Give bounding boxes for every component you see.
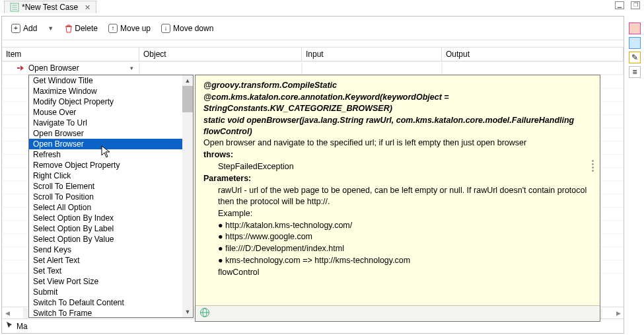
minimize-icon[interactable]: ▁ [615,1,624,9]
resize-grip-icon[interactable] [592,160,596,186]
delete-label: Delete [75,24,98,33]
tab-title: *New Test Case [22,3,78,12]
dropdown-item[interactable]: Select All Option [29,202,193,213]
restore-view-icon[interactable] [629,22,641,34]
outline-icon[interactable] [629,37,641,49]
col-input[interactable]: Input [302,48,442,61]
doc-example: ● kms-technology.com => http://kms-techn… [203,255,592,266]
scroll-up-icon[interactable]: ▲ [182,75,193,86]
dropdown-item[interactable]: Remove Object Property [29,160,193,170]
dropdown-item[interactable]: Open Browser [29,128,193,139]
dropdown-item[interactable]: Refresh [29,149,193,160]
doc-params-label: Parameters: [203,173,592,184]
dropdown-item[interactable]: Open Browser [29,139,193,149]
dropdown-item[interactable]: Scroll To Position [29,192,193,202]
doc-annotation: @groovy.transform.CompileStatic [203,80,592,91]
dropdown-item[interactable]: Right Click [29,170,193,181]
globe-icon[interactable] [199,307,210,320]
keyword-dropdown[interactable]: Get Window TitleMaximize WindowModify Ob… [28,75,194,318]
dropdown-item[interactable]: Select Option By Label [29,223,193,234]
keyword-step-icon [17,64,26,72]
dropdown-item[interactable]: Switch To Frame [29,308,193,318]
dropdown-item[interactable]: Submit [29,287,193,297]
dropdown-item[interactable]: Mouse Over [29,107,193,118]
move-up-button[interactable]: ↑ Move up [106,22,153,34]
col-object[interactable]: Object [139,48,302,61]
doc-footer [196,305,600,321]
delete-button[interactable]: Delete [61,22,100,34]
doc-example: ● http://katalon.kms-technology.com/ [203,220,592,231]
testcase-icon [10,3,19,12]
scroll-right-icon[interactable]: ▶ [613,308,624,318]
dropdown-item[interactable]: Navigate To Url [29,118,193,128]
doc-annotation: @com.kms.katalon.core.annotation.Keyword… [203,92,592,114]
window-controls: ▁ ❐ [615,1,640,9]
chevron-down-icon[interactable]: ▾ [130,65,136,71]
dropdown-item[interactable]: Scroll To Element [29,181,193,192]
dropdown-item[interactable]: Set Alert Text [29,255,193,266]
doc-body: @groovy.transform.CompileStatic @com.kms… [196,75,600,305]
table-header: Item Object Input Output [2,47,624,61]
col-output[interactable]: Output [442,48,624,61]
dropdown-item[interactable]: Set Text [29,266,193,276]
dropdown-item[interactable]: Switch To Default Content [29,297,193,308]
doc-signature: static void openBrowser(java.lang.String… [203,115,592,137]
doc-example: ● https://www.google.com [203,231,592,242]
arrow-up-icon: ↑ [108,24,118,33]
editor-tab[interactable]: *New Test Case ✕ [4,1,96,13]
pointer-icon [6,321,14,331]
doc-example: ● file:///D:/Development/index.html [203,243,592,254]
move-down-label: Move down [173,24,213,33]
docs-icon[interactable]: ≡ [629,66,641,78]
dropdown-item[interactable]: Maximize Window [29,86,193,96]
add-button[interactable]: + Add [9,22,40,34]
editor-content: + Add ▼ Delete ↑ Move up ↓ Move down Ite… [1,16,624,334]
keyword-doc-popup: @groovy.transform.CompileStatic @com.kms… [195,75,600,322]
dropdown-item[interactable]: Send Keys [29,244,193,255]
attributes-icon[interactable]: ✎ [629,52,641,63]
trash-icon [64,24,72,33]
item-cell[interactable]: Open Browser ▾ [2,61,139,74]
arrow-down-icon: ↓ [161,24,170,33]
doc-description: Open browser and navigate to the specifi… [203,137,592,149]
maximize-icon[interactable]: ❐ [631,1,640,9]
add-label: Add [23,24,37,33]
dropdown-item[interactable]: Select Option By Value [29,234,193,244]
add-menu-chevron-icon[interactable]: ▼ [45,25,56,32]
table-body: Open Browser ▾ Get Window TitleMaximize … [2,61,624,305]
doc-param-desc: rawUrl - url of the web page to be opene… [203,185,592,207]
dropdown-item[interactable]: Set View Port Size [29,276,193,287]
scroll-down-icon[interactable]: ▼ [182,307,193,317]
move-up-label: Move up [120,24,151,33]
scroll-left-icon[interactable]: ◀ [2,308,13,318]
editor-tab-bar: *New Test Case ✕ ▁ ❐ [0,0,644,15]
dropdown-item[interactable]: Select Option By Index [29,213,193,223]
dropdown-item[interactable]: Get Window Title [29,75,193,86]
object-cell[interactable] [139,61,302,74]
item-combo-value: Open Browser [28,63,79,73]
dropdown-item[interactable]: Modify Object Property [29,96,193,107]
move-down-button[interactable]: ↓ Move down [159,22,216,34]
tab-manual[interactable]: Ma [17,322,28,331]
col-item[interactable]: Item [2,48,139,61]
input-cell[interactable] [302,61,442,74]
action-toolbar: + Add ▼ Delete ↑ Move up ↓ Move down [2,17,624,40]
close-icon[interactable]: ✕ [85,3,90,12]
output-cell[interactable] [442,61,624,74]
doc-example-label: Example: [203,208,592,219]
right-toolbar: ✎ ≡ [627,19,643,78]
plus-icon: + [11,24,20,33]
doc-throws-label: throws: [203,149,592,161]
scroll-thumb[interactable] [182,86,193,112]
table-row[interactable]: Open Browser ▾ [2,61,624,75]
doc-throws-item: StepFailedException [203,161,592,172]
doc-flowcontrol: flowControl [203,267,592,278]
